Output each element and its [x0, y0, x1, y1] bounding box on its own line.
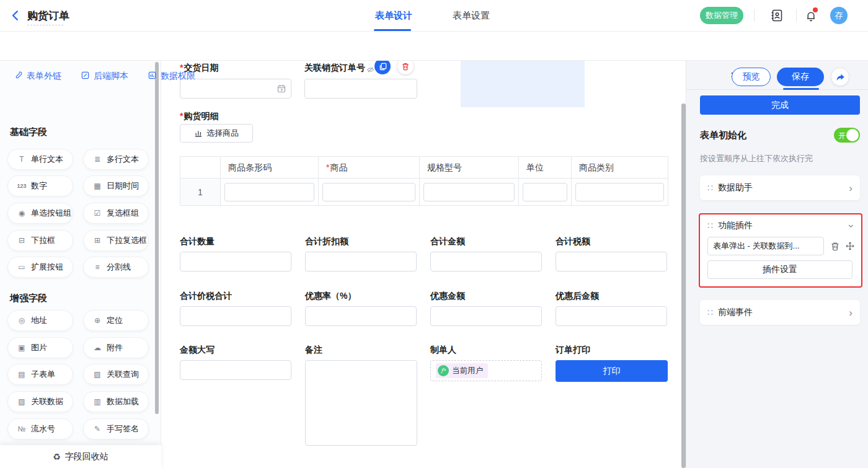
canvas-scrollbar[interactable] [681, 104, 686, 468]
toggle-on-label: 开 [838, 131, 846, 141]
spec-input[interactable] [423, 183, 515, 201]
unit-cell [519, 179, 572, 205]
form-external-link[interactable]: 表单外链 [14, 71, 61, 82]
drag-handle-icon[interactable]: ∷ [707, 183, 712, 193]
plugin-move-icon[interactable] [845, 241, 855, 254]
active-tab-underline [783, 88, 819, 90]
linked-data-icon: ▨ [16, 397, 28, 406]
sidebar-item-select[interactable]: ⊟下拉框 [7, 230, 73, 251]
field-label-total-amount: 合计金额 [430, 236, 465, 247]
card-frontend-event[interactable]: ∷ 前端事件 › [700, 300, 860, 325]
chart-bars-icon [194, 129, 203, 138]
tab-divider [686, 89, 868, 90]
field-label-discount-amount: 优惠金额 [430, 291, 465, 302]
creator-field[interactable]: 户 当前用户 [430, 360, 542, 381]
table-header-unit: 单位 [519, 157, 572, 179]
drag-handle-icon[interactable]: ∷ [707, 221, 712, 231]
unit-input[interactable] [523, 183, 567, 201]
table-header-spec: 规格型号 [420, 157, 519, 179]
sidebar-item-signature[interactable]: ✎手写签名 [83, 418, 149, 439]
backend-script-link[interactable]: 后端脚本 [81, 71, 128, 82]
title-edit-underline [27, 25, 63, 25]
sidebar-item-number[interactable]: 123数字 [7, 175, 73, 196]
drag-handle-icon[interactable]: ∷ [707, 307, 712, 317]
sidebar-item-data-load[interactable]: ▥数据加载 [83, 391, 149, 412]
section-title-basic: 基础字段 [10, 126, 47, 138]
field-label-order-print: 订单打印 [556, 345, 590, 356]
after-discount-input[interactable] [556, 306, 667, 326]
related-order-input[interactable] [304, 79, 417, 99]
sidebar-item-image[interactable]: ▣图片 [7, 337, 73, 358]
form-canvas: 关联销货订单号 *交货日期 *购货明细 选择商品 商品条形码 * [161, 60, 686, 468]
data-permission-link[interactable]: 数据权限 [148, 71, 195, 82]
sidebar-item-extend-button[interactable]: ▭扩展按钮 [7, 257, 73, 278]
select-product-button[interactable]: 选择商品 [180, 124, 253, 143]
preview-button[interactable]: 预览 [732, 68, 771, 86]
sidebar-item-multi-line-text[interactable]: ≣多行文本 [83, 149, 149, 170]
sidebar-item-single-line-text[interactable]: T单行文本 [7, 149, 73, 170]
category-input[interactable] [575, 183, 664, 201]
barcode-input[interactable] [224, 183, 314, 201]
contact-book-icon[interactable] [769, 8, 784, 25]
toolbar-link-label: 后端脚本 [94, 71, 128, 82]
total-tax-input[interactable] [556, 252, 667, 272]
data-manage-button[interactable]: 数据管理 [700, 7, 743, 24]
sidebar-item-checkbox-group[interactable]: ☑复选框组 [83, 203, 149, 224]
sidebar-item-datetime[interactable]: ▦日期时间 [83, 175, 149, 196]
selected-field-related-order[interactable] [461, 60, 585, 107]
finish-button[interactable]: 完成 [700, 95, 860, 115]
discount-amount-input[interactable] [430, 306, 542, 326]
sidebar-item-serial-number[interactable]: №流水号 [7, 418, 73, 439]
field-recycle-bin[interactable]: ♻ 字段回收站 [0, 445, 161, 468]
total-with-tax-input[interactable] [180, 306, 291, 326]
plugin-card-highlighted[interactable]: ∷ 功能插件 › 表单弹出 - 关联数据到... 插件设置 [699, 213, 862, 288]
page-title[interactable]: 购货订单 [27, 9, 69, 23]
print-button[interactable]: 打印 [556, 360, 668, 382]
card-label: 功能插件 [718, 220, 850, 231]
sidebar-item-label: 多行文本 [107, 154, 139, 165]
sidebar-item-location[interactable]: ⊕定位 [83, 310, 149, 331]
form-init-toggle[interactable]: 开 [834, 128, 860, 143]
sidebar-item-label: 下拉框 [31, 235, 55, 246]
avatar[interactable]: 存 [830, 7, 848, 24]
sidebar-item-subform[interactable]: ▤子表单 [7, 364, 73, 385]
datetime-icon: ▦ [91, 182, 104, 190]
notification-dot [813, 7, 818, 12]
field-label-total-discount: 合计折扣额 [305, 236, 348, 247]
sidebar-item-attachment[interactable]: ☁附件 [83, 337, 149, 358]
sidebar-item-address[interactable]: ◎地址 [7, 310, 73, 331]
share-button[interactable] [831, 68, 849, 86]
delivery-date-input[interactable] [180, 79, 291, 99]
multi-line-text-icon: ≣ [91, 155, 104, 164]
chevron-down-icon[interactable]: › [847, 224, 857, 227]
sidebar-item-multi-select[interactable]: ⊞下拉复选框 [83, 230, 149, 251]
total-discount-input[interactable] [305, 252, 417, 272]
sidebar-item-radio-group[interactable]: ◉单选按钮组 [7, 203, 73, 224]
tab-form-design[interactable]: 表单设计 [375, 10, 412, 22]
field-label-detail: *购货明细 [180, 111, 218, 122]
remark-textarea[interactable] [305, 360, 417, 446]
tab-form-settings[interactable]: 表单设置 [453, 10, 490, 22]
sidebar-item-linked-query[interactable]: ▧关联查询 [83, 364, 149, 385]
save-button[interactable]: 保存 [777, 68, 824, 86]
sidebar-item-divider[interactable]: ≡分割线 [83, 257, 149, 278]
discount-rate-input[interactable] [305, 306, 417, 326]
card-data-assistant[interactable]: ∷ 数据助手 › [700, 175, 860, 200]
extend-button-icon: ▭ [16, 263, 28, 272]
plugin-delete-icon[interactable] [830, 241, 840, 254]
plugin-item[interactable]: 表单弹出 - 关联数据到... [707, 237, 824, 255]
amount-words-input[interactable] [180, 360, 291, 380]
field-label-text: 关联销货订单号 [304, 63, 365, 73]
field-label-amount-words: 金额大写 [180, 345, 215, 356]
sidebar-scrollbar[interactable] [155, 62, 159, 414]
sidebar-item-label: 数字 [31, 180, 47, 192]
back-icon[interactable] [10, 10, 21, 21]
sidebar-item-linked-data[interactable]: ▨关联数据 [7, 391, 73, 412]
total-amount-input[interactable] [430, 252, 542, 272]
sidebar-item-label: 日期时间 [107, 180, 139, 192]
product-input[interactable] [322, 183, 415, 201]
field-label-after-discount: 优惠后金额 [556, 291, 599, 302]
plugin-settings-button[interactable]: 插件设置 [707, 260, 852, 279]
select-product-label: 选择商品 [206, 128, 239, 139]
total-qty-input[interactable] [180, 252, 291, 272]
